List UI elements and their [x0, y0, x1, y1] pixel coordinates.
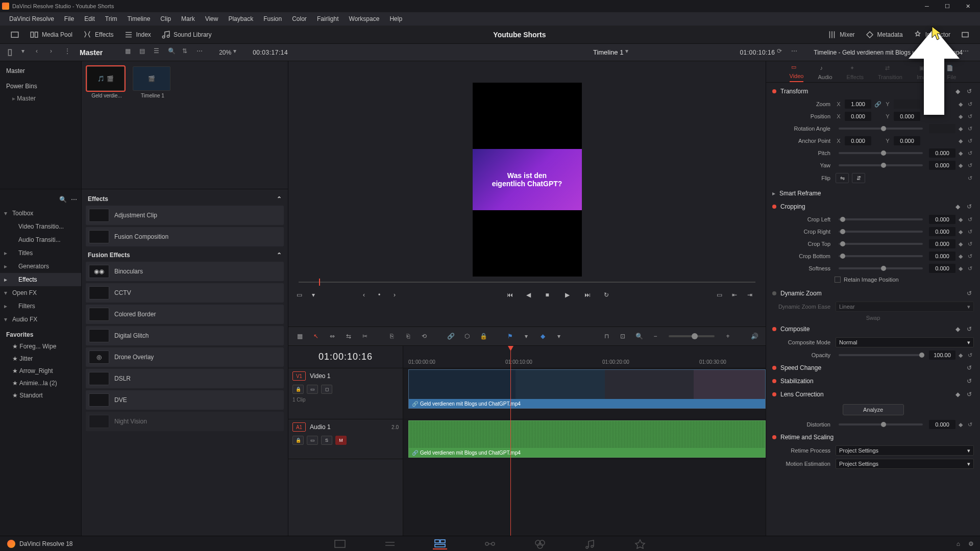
fx-item[interactable]: ◎Drone Overlay [86, 347, 284, 367]
cat-titles[interactable]: ▸Titles [0, 246, 81, 260]
pitch-slider[interactable] [839, 152, 923, 154]
fav-item[interactable]: ★ Foreg... Wipe [0, 340, 81, 353]
zoom-x-input[interactable]: 1.000 [845, 99, 871, 109]
fav-item[interactable]: ★ Arrow_Right [0, 365, 81, 377]
chevron-down-icon[interactable]: ▾ [520, 330, 532, 342]
next-edit-icon[interactable]: › [394, 291, 404, 302]
composite-mode-select[interactable]: Normal▾ [836, 337, 974, 347]
inspector-menu-icon[interactable]: ⋯ [963, 47, 973, 58]
reset-icon[interactable]: ↺ [967, 378, 974, 385]
search-icon[interactable]: 🔍 [168, 47, 178, 58]
retime-header[interactable]: Retime and Scaling [771, 431, 975, 444]
zoom-to-fit-icon[interactable]: ⊡ [617, 330, 629, 342]
softness-input[interactable]: 0.000 [929, 264, 955, 273]
play-around-icon[interactable]: • [378, 291, 388, 302]
mute-icon[interactable]: 🔊 [748, 330, 761, 342]
distortion-input[interactable]: 0.000 [929, 420, 955, 429]
keyframe-icon[interactable]: ◆ [955, 88, 963, 95]
flip-h-button[interactable]: ⇋ [836, 173, 849, 183]
index-button[interactable]: Index [119, 28, 156, 41]
crop-left-slider[interactable] [839, 218, 923, 220]
tab-effects[interactable]: ✦Effects [847, 65, 864, 82]
fx-group-effects[interactable]: Effects⌃ [86, 192, 284, 206]
reset-icon[interactable]: ↺ [968, 241, 974, 247]
replace-clip-icon[interactable]: ⟲ [418, 330, 430, 342]
cat-toolbox[interactable]: ▾Toolbox [0, 207, 81, 220]
fullscreen-viewer-button[interactable] [5, 28, 24, 41]
play-button[interactable]: ▶ [565, 291, 575, 302]
power-bins-header[interactable]: Power Bins [0, 78, 81, 92]
match-frame-icon[interactable]: ▭ [297, 291, 307, 302]
flip-v-button[interactable]: ⇵ [852, 173, 865, 183]
maximize-button[interactable]: ☐ [937, 0, 958, 12]
video-track[interactable]: 🔗Geld verdienen mit Blogs und ChatGPT.mp… [403, 368, 766, 419]
fx-item[interactable]: Digital Glitch [86, 326, 284, 345]
reset-icon[interactable]: ↺ [968, 150, 974, 156]
fx-item[interactable]: CCTV [86, 283, 284, 303]
fx-item[interactable]: DVE [86, 390, 284, 410]
smart-reframe-header[interactable]: ▸Smart Reframe [771, 187, 975, 200]
settings-icon[interactable]: ⚙ [968, 540, 974, 547]
zoom-out-icon[interactable]: − [649, 330, 662, 342]
menu-help[interactable]: Help [384, 13, 407, 24]
cat-openfx[interactable]: ▾Open FX [0, 286, 81, 299]
clip-item[interactable]: 🎬 Timeline 1 [133, 66, 173, 98]
metadata-button[interactable]: Metadata [860, 28, 908, 41]
menu-davinci[interactable]: DaVinci Resolve [4, 13, 59, 24]
page-cut[interactable] [383, 538, 397, 549]
sync-icon[interactable]: ⟳ [777, 47, 787, 58]
reset-icon[interactable]: ↺ [968, 162, 974, 168]
keyframe-icon[interactable]: ◆ [959, 216, 965, 222]
swap-button[interactable]: Swap [866, 315, 880, 321]
reset-icon[interactable]: ↺ [967, 290, 974, 297]
menu-color[interactable]: Color [287, 13, 312, 24]
menu-workspace[interactable]: Workspace [344, 13, 385, 24]
page-deliver[interactable] [633, 538, 647, 549]
lock-track-icon[interactable]: 🔒 [292, 385, 304, 394]
flag-icon[interactable]: ⚑ [504, 330, 516, 342]
keyframe-icon[interactable]: ◆ [955, 391, 963, 398]
tab-audio[interactable]: ♪Audio [818, 65, 832, 82]
menu-trim[interactable]: Trim [100, 13, 122, 24]
snap-icon[interactable]: ⊓ [600, 330, 612, 342]
menu-playback[interactable]: Playback [223, 13, 258, 24]
minimize-button[interactable]: ─ [917, 0, 937, 12]
tab-image[interactable]: ▣Image [917, 65, 933, 82]
keyframe-icon[interactable]: ◆ [959, 229, 965, 235]
keyframe-icon[interactable]: ◆ [959, 421, 965, 428]
tab-video[interactable]: ▭Video [790, 64, 804, 82]
zoom-chevron-icon[interactable]: ▾ [233, 47, 243, 58]
timeline-view-options-icon[interactable]: ▦ [293, 330, 306, 342]
menu-fairlight[interactable]: Fairlight [312, 13, 344, 24]
close-button[interactable]: ✕ [958, 0, 978, 12]
pos-y-input[interactable]: 0.000 [894, 112, 920, 121]
chevron-down-icon[interactable]: ▾ [21, 47, 32, 58]
dyn-ease-select[interactable]: Linear▾ [836, 302, 974, 312]
viewer-zoom[interactable]: 20% [219, 49, 231, 56]
viewer-canvas[interactable]: Was ist den eigentlich ChatGPT? [473, 83, 582, 277]
crop-right-slider[interactable] [839, 231, 923, 233]
a1-badge[interactable]: A1 [292, 422, 306, 432]
tab-transition[interactable]: ⇄Transition [878, 65, 902, 82]
fx-item[interactable]: Adjustment Clip [86, 206, 284, 225]
reset-icon[interactable]: ↺ [967, 364, 974, 371]
crop-bottom-input[interactable]: 0.000 [929, 252, 955, 261]
mute-button[interactable]: M [335, 436, 347, 445]
crop-top-slider[interactable] [839, 243, 923, 245]
lens-correction-header[interactable]: Lens Correction◆↺ [771, 388, 975, 401]
crop-top-input[interactable]: 0.000 [929, 239, 955, 248]
v1-badge[interactable]: V1 [292, 371, 306, 381]
collapse-icon[interactable]: ⌃ [277, 252, 282, 259]
stabilization-header[interactable]: Stabilization↺ [771, 374, 975, 388]
cat-effectsif[interactable]: ▸Effects [0, 273, 81, 286]
go-in-icon[interactable]: ⇤ [732, 291, 742, 302]
reset-icon[interactable]: ↺ [968, 253, 974, 259]
sound-library-button[interactable]: Sound Library [156, 28, 217, 41]
distortion-slider[interactable] [839, 423, 923, 425]
cat-video-transitions[interactable]: Video Transitio... [0, 220, 81, 233]
marker-icon[interactable]: ◆ [536, 330, 549, 342]
reset-icon[interactable]: ↺ [967, 391, 974, 398]
menu-mark[interactable]: Mark [176, 13, 200, 24]
cat-audiofx[interactable]: ▾Audio FX [0, 313, 81, 326]
detail-zoom-icon[interactable]: 🔍 [633, 330, 645, 342]
